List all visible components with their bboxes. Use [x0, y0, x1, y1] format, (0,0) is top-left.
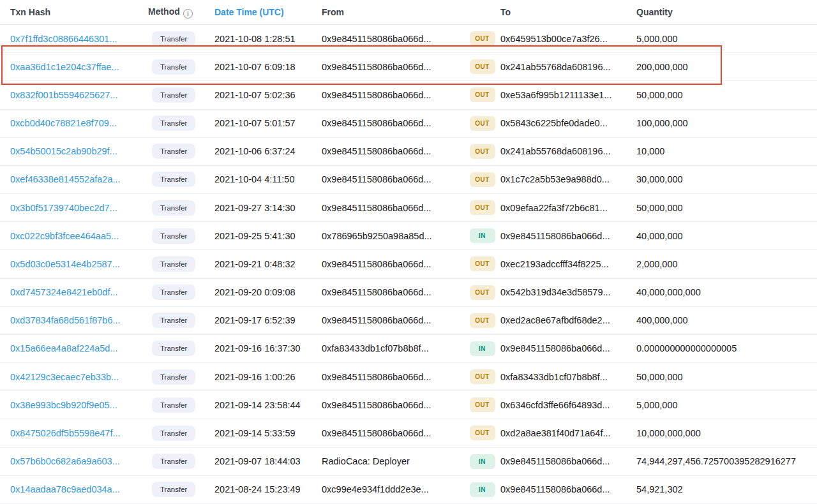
- from-address: 0x9e8451158086ba066d...: [322, 428, 431, 438]
- from-address: 0x9e8451158086ba066d...: [322, 62, 431, 72]
- date-time: 2021-09-21 0:48:32: [214, 259, 322, 269]
- direction-badge: OUT: [470, 144, 495, 159]
- table-row: 0xef46338e814552afa2a... Transfer 2021-1…: [0, 166, 817, 194]
- to-address: 0x9e8451158086ba066d...: [500, 484, 610, 494]
- txn-hash-link[interactable]: 0x8475026df5b5598e47f...: [10, 428, 121, 438]
- header-date-time[interactable]: Date Time (UTC): [214, 7, 322, 17]
- method-badge: Transfer: [152, 313, 195, 328]
- date-time: 2021-09-27 3:14:30: [214, 203, 322, 213]
- from-address[interactable]: 0xc99e4e934f1ddd2e3e...: [322, 484, 429, 494]
- to-address: 0x9e8451158086ba066d...: [500, 343, 610, 353]
- quantity: 400,000,000: [636, 315, 817, 325]
- direction-badge: OUT: [470, 256, 495, 271]
- to-address: 0x9e8451158086ba066d...: [500, 231, 610, 241]
- method-badge: Transfer: [152, 144, 195, 159]
- txn-hash-link[interactable]: 0x54b50015c2ab90b29f...: [10, 146, 117, 156]
- date-time: 2021-10-07 5:02:36: [214, 90, 322, 100]
- to-address[interactable]: 0x6459513b00ce7a3f26...: [500, 34, 608, 44]
- table-row: 0xc022c9bf3fcee464aa5... Transfer 2021-0…: [0, 222, 817, 250]
- table-row: 0x38e993bc9b920f9e05... Transfer 2021-09…: [0, 391, 817, 419]
- from-address[interactable]: 0x786965b9250a98a85d...: [322, 231, 432, 241]
- txn-hash-link[interactable]: 0xcb0d40c78821e8f709...: [10, 118, 117, 128]
- quantity: 2,000,000: [636, 259, 817, 269]
- table-header: Txn Hash Methodi Date Time (UTC) From To…: [0, 0, 817, 25]
- to-address[interactable]: 0xed2ac8e67afbdf68de2...: [500, 315, 610, 325]
- quantity: 0.000000000000000005: [636, 343, 817, 353]
- table-row: 0x5d03c0e5314e4b2587... Transfer 2021-09…: [0, 250, 817, 278]
- to-address[interactable]: 0xd2a8ae381f40d71a64f...: [500, 428, 611, 438]
- date-time: 2021-10-07 6:09:18: [214, 62, 322, 72]
- from-address: 0x9e8451158086ba066d...: [322, 118, 431, 128]
- to-address[interactable]: 0xec2193adccfff34f8225...: [500, 259, 609, 269]
- direction-badge: OUT: [470, 369, 495, 384]
- txn-hash-link[interactable]: 0xd7457324e8421eb0df...: [10, 287, 118, 297]
- txn-hash-link[interactable]: 0xaa36d1c1e204c37ffae...: [10, 62, 119, 72]
- table-row: 0x7f1ffd3c08866446301... Transfer 2021-1…: [0, 25, 817, 53]
- header-txn-hash: Txn Hash: [0, 7, 148, 17]
- method-badge: Transfer: [152, 59, 195, 75]
- txn-hash-link[interactable]: 0x38e993bc9b920f9e05...: [10, 400, 117, 410]
- quantity: 100,000,000: [636, 118, 817, 128]
- direction-badge: OUT: [470, 397, 495, 412]
- from-address: 0x9e8451158086ba066d...: [322, 287, 431, 297]
- method-badge: Transfer: [152, 341, 195, 356]
- to-address[interactable]: 0x09efaa22fa3f72b6c81...: [500, 203, 608, 213]
- method-badge: Transfer: [152, 31, 195, 47]
- txn-hash-link[interactable]: 0xef46338e814552afa2a...: [10, 174, 121, 184]
- quantity: 50,000,000: [636, 372, 817, 382]
- date-time: 2021-10-07 5:01:57: [214, 118, 322, 128]
- quantity: 50,000,000: [636, 90, 817, 100]
- date-time: 2021-09-25 5:41:30: [214, 231, 322, 241]
- txn-hash-link[interactable]: 0x42129c3ecaec7eb33b...: [10, 372, 119, 382]
- to-address[interactable]: 0x542b319d34e3d58579...: [500, 287, 611, 297]
- txn-hash-link[interactable]: 0xc022c9bf3fcee464aa5...: [10, 231, 119, 241]
- direction-badge: OUT: [470, 59, 495, 74]
- table-row: 0x14aadaa78c9aed034a... Transfer 2021-08…: [0, 476, 817, 504]
- quantity: 5,000,000: [636, 34, 817, 44]
- quantity: 54,921,302: [636, 484, 817, 494]
- quantity: 40,000,000: [636, 231, 817, 241]
- txn-hash-link[interactable]: 0x7f1ffd3c08866446301...: [10, 34, 117, 44]
- table-row: 0xd7457324e8421eb0df... Transfer 2021-09…: [0, 279, 817, 307]
- to-address[interactable]: 0xe53a6f995b1211133e1...: [500, 90, 611, 100]
- method-info-icon[interactable]: i: [183, 9, 193, 19]
- direction-badge: OUT: [470, 313, 495, 328]
- to-address[interactable]: 0x241ab55768da608196...: [500, 62, 611, 72]
- txn-hash-link[interactable]: 0x3b0f51739740bec2d7...: [10, 203, 117, 213]
- txn-hash-link[interactable]: 0x57b6b0c682a6a9a603...: [10, 456, 120, 466]
- date-time: 2021-08-24 15:23:49: [214, 484, 322, 494]
- to-address[interactable]: 0x1c7c2a5b53e9a988d0...: [500, 174, 610, 184]
- txn-hash-link[interactable]: 0xd37834fa68d561f87b6...: [10, 315, 121, 325]
- to-address[interactable]: 0x6346cfd3ffe66f64893d...: [500, 400, 610, 410]
- to-address[interactable]: 0x5843c6225bfe0dade0...: [500, 118, 608, 128]
- method-badge: Transfer: [152, 115, 195, 131]
- txn-hash-link[interactable]: 0x15a66ea4a8af224a5d...: [10, 343, 118, 353]
- table-body: 0x7f1ffd3c08866446301... Transfer 2021-1…: [0, 25, 817, 504]
- to-address[interactable]: 0x241ab55768da608196...: [500, 146, 611, 156]
- quantity: 10,000,000,000: [636, 428, 817, 438]
- txn-hash-link[interactable]: 0x832f001b5594625627...: [10, 90, 118, 100]
- direction-badge: OUT: [470, 200, 495, 215]
- from-address[interactable]: 0xfa83433db1cf07b8b8f...: [322, 343, 429, 353]
- quantity: 40,000,000,000: [636, 287, 817, 297]
- date-time: 2021-10-04 4:11:50: [214, 174, 322, 184]
- from-address: 0x9e8451158086ba066d...: [322, 146, 431, 156]
- from-address: 0x9e8451158086ba066d...: [322, 34, 431, 44]
- method-badge: Transfer: [152, 256, 195, 272]
- from-address: 0x9e8451158086ba066d...: [322, 203, 431, 213]
- date-time: 2021-09-07 18:44:03: [214, 456, 322, 466]
- date-time: 2021-09-16 16:37:30: [214, 343, 322, 353]
- txn-hash-link[interactable]: 0x14aadaa78c9aed034a...: [10, 484, 120, 494]
- from-address: 0x9e8451158086ba066d...: [322, 174, 431, 184]
- quantity: 200,000,000: [636, 62, 817, 72]
- table-row: 0xaa36d1c1e204c37ffae... Transfer 2021-1…: [0, 53, 817, 81]
- table-row: 0xcb0d40c78821e8f709... Transfer 2021-10…: [0, 110, 817, 138]
- from-address[interactable]: RadioCaca: Deployer: [322, 456, 410, 466]
- quantity: 50,000,000: [636, 203, 817, 213]
- table-row: 0x832f001b5594625627... Transfer 2021-10…: [0, 81, 817, 109]
- date-time: 2021-10-06 6:37:24: [214, 146, 322, 156]
- quantity: 30,000,000: [636, 174, 817, 184]
- to-address[interactable]: 0xfa83433db1cf07b8b8f...: [500, 372, 608, 382]
- table-row: 0x42129c3ecaec7eb33b... Transfer 2021-09…: [0, 363, 817, 391]
- txn-hash-link[interactable]: 0x5d03c0e5314e4b2587...: [10, 259, 120, 269]
